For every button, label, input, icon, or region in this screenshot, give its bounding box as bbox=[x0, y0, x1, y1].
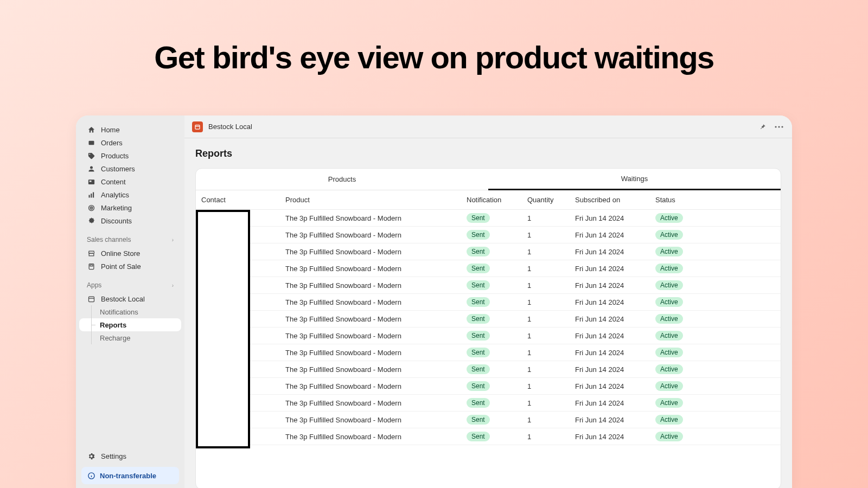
cell-notification: Sent bbox=[467, 314, 527, 324]
cell-status: Active bbox=[655, 364, 704, 374]
cell-subscribed: Fri Jun 14 2024 bbox=[575, 332, 655, 340]
discounts-icon bbox=[87, 216, 95, 225]
marketing-icon bbox=[87, 203, 95, 212]
table-row[interactable]: The 3p Fulfilled Snowboard - Modern Sent… bbox=[196, 277, 781, 294]
more-icon[interactable] bbox=[774, 121, 784, 132]
table-row[interactable]: The 3p Fulfilled Snowboard - Modern Sent… bbox=[196, 311, 781, 328]
svg-rect-2 bbox=[89, 181, 91, 182]
svg-point-8 bbox=[91, 207, 91, 208]
table-row[interactable]: The 3p Fulfilled Snowboard - Modern Sent… bbox=[196, 378, 781, 395]
nav-label: Bestock Local bbox=[101, 295, 145, 303]
table-row[interactable]: The 3p Fulfilled Snowboard - Modern Sent… bbox=[196, 344, 781, 361]
notification-badge: Sent bbox=[467, 331, 490, 341]
sidebar-item-analytics[interactable]: Analytics bbox=[79, 188, 181, 201]
cell-subscribed: Fri Jun 14 2024 bbox=[575, 433, 655, 441]
cell-notification: Sent bbox=[467, 381, 527, 391]
status-badge: Active bbox=[655, 398, 683, 408]
table-row[interactable]: The 3p Fulfilled Snowboard - Modern Sent… bbox=[196, 210, 781, 227]
svg-rect-4 bbox=[91, 194, 92, 198]
cell-status: Active bbox=[655, 314, 704, 324]
col-contact: Contact bbox=[201, 196, 285, 204]
non-transferable-banner[interactable]: Non-transferable bbox=[81, 467, 179, 484]
cell-product: The 3p Fulfilled Snowboard - Modern bbox=[285, 399, 467, 407]
tab-waitings[interactable]: Waitings bbox=[488, 169, 781, 190]
subnav-item-reports[interactable]: Reports bbox=[79, 318, 181, 331]
notification-badge: Sent bbox=[467, 280, 490, 290]
table-row[interactable]: The 3p Fulfilled Snowboard - Modern Sent… bbox=[196, 260, 781, 277]
sidebar-item-marketing[interactable]: Marketing bbox=[79, 201, 181, 214]
status-badge: Active bbox=[655, 314, 683, 324]
nav-label: Notifications bbox=[100, 308, 138, 316]
notification-badge: Sent bbox=[467, 247, 490, 256]
cell-quantity: 1 bbox=[527, 281, 575, 290]
nav-label: Reports bbox=[100, 321, 126, 329]
svg-point-19 bbox=[778, 126, 780, 127]
app-shell: HomeOrdersProductsCustomersContentAnalyt… bbox=[76, 115, 792, 488]
cell-status: Active bbox=[655, 331, 704, 341]
status-badge: Active bbox=[655, 432, 683, 441]
cell-quantity: 1 bbox=[527, 265, 575, 273]
cell-subscribed: Fri Jun 14 2024 bbox=[575, 265, 655, 273]
table-row[interactable]: The 3p Fulfilled Snowboard - Modern Sent… bbox=[196, 328, 781, 344]
sidebar-item-content[interactable]: Content bbox=[79, 175, 181, 188]
app-icon bbox=[87, 294, 95, 303]
notification-badge: Sent bbox=[467, 213, 490, 223]
products-icon bbox=[87, 151, 95, 160]
topbar-app-name: Bestock Local bbox=[208, 123, 252, 131]
cell-subscribed: Fri Jun 14 2024 bbox=[575, 315, 655, 323]
sidebar-item-settings[interactable]: Settings bbox=[79, 450, 181, 463]
cell-quantity: 1 bbox=[527, 298, 575, 306]
cell-subscribed: Fri Jun 14 2024 bbox=[575, 416, 655, 424]
sidebar-item-online-store[interactable]: Online Store bbox=[79, 247, 181, 260]
cell-subscribed: Fri Jun 14 2024 bbox=[575, 382, 655, 390]
banner-text: Non-transferable bbox=[100, 472, 156, 480]
analytics-icon bbox=[87, 190, 95, 199]
sidebar-item-home[interactable]: Home bbox=[79, 123, 181, 136]
pin-icon[interactable] bbox=[757, 121, 768, 132]
table-row[interactable]: The 3p Fulfilled Snowboard - Modern Sent… bbox=[196, 412, 781, 428]
sidebar-item-orders[interactable]: Orders bbox=[79, 136, 181, 149]
col-product: Product bbox=[285, 196, 467, 204]
sidebar-item-customers[interactable]: Customers bbox=[79, 162, 181, 175]
topbar: Bestock Local bbox=[184, 115, 792, 138]
sidebar-item-bestock-local[interactable]: Bestock Local bbox=[79, 292, 181, 305]
section-apps[interactable]: Apps › bbox=[79, 279, 181, 291]
subnav-item-notifications[interactable]: Notifications bbox=[79, 305, 181, 318]
cell-product: The 3p Fulfilled Snowboard - Modern bbox=[285, 214, 467, 222]
status-badge: Active bbox=[655, 247, 683, 256]
table-row[interactable]: The 3p Fulfilled Snowboard - Modern Sent… bbox=[196, 395, 781, 412]
tab-products[interactable]: Products bbox=[196, 169, 488, 190]
main: Bestock Local Reports Products Waitings … bbox=[184, 115, 792, 488]
table-row[interactable]: The 3p Fulfilled Snowboard - Modern Sent… bbox=[196, 294, 781, 311]
cell-notification: Sent bbox=[467, 247, 527, 256]
sidebar-item-products[interactable]: Products bbox=[79, 149, 181, 162]
cell-notification: Sent bbox=[467, 331, 527, 341]
cell-status: Active bbox=[655, 230, 704, 240]
notification-badge: Sent bbox=[467, 314, 490, 324]
cell-product: The 3p Fulfilled Snowboard - Modern bbox=[285, 349, 467, 357]
section-sales-channels[interactable]: Sales channels › bbox=[79, 234, 181, 246]
status-badge: Active bbox=[655, 213, 683, 223]
cell-product: The 3p Fulfilled Snowboard - Modern bbox=[285, 365, 467, 374]
subnav-item-recharge[interactable]: Recharge bbox=[79, 331, 181, 344]
report-card: Products Waitings Contact Product Notifi… bbox=[195, 168, 781, 488]
notification-badge: Sent bbox=[467, 381, 490, 391]
cell-subscribed: Fri Jun 14 2024 bbox=[575, 214, 655, 222]
sidebar-item-point-of-sale[interactable]: Point of Sale bbox=[79, 260, 181, 273]
cell-notification: Sent bbox=[467, 264, 527, 273]
store-icon bbox=[87, 249, 95, 258]
cell-notification: Sent bbox=[467, 348, 527, 357]
gear-icon bbox=[87, 452, 95, 460]
cell-notification: Sent bbox=[467, 398, 527, 408]
table-row[interactable]: The 3p Fulfilled Snowboard - Modern Sent… bbox=[196, 243, 781, 260]
cell-product: The 3p Fulfilled Snowboard - Modern bbox=[285, 248, 467, 256]
pos-icon bbox=[87, 262, 95, 271]
chevron-right-icon: › bbox=[172, 237, 174, 243]
table-row[interactable]: The 3p Fulfilled Snowboard - Modern Sent… bbox=[196, 428, 781, 445]
nav-label: Customers bbox=[101, 165, 135, 173]
sidebar-item-discounts[interactable]: Discounts bbox=[79, 214, 181, 227]
cell-subscribed: Fri Jun 14 2024 bbox=[575, 231, 655, 239]
table-row[interactable]: The 3p Fulfilled Snowboard - Modern Sent… bbox=[196, 227, 781, 243]
nav-label: Analytics bbox=[101, 191, 129, 199]
table-row[interactable]: The 3p Fulfilled Snowboard - Modern Sent… bbox=[196, 361, 781, 378]
